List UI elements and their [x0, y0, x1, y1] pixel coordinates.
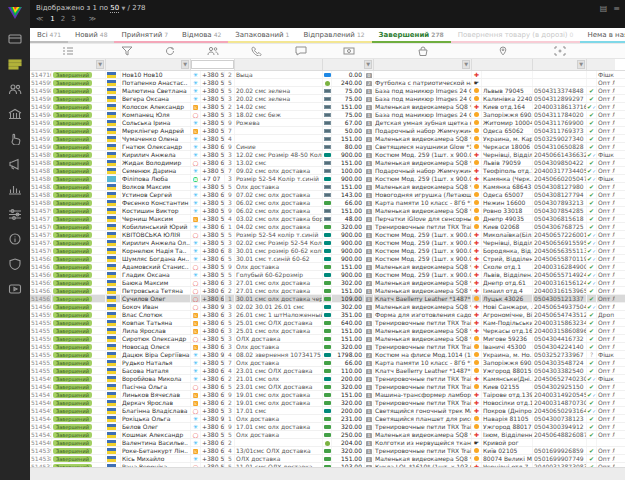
- customer-phone[interactable]: +380 6: [201, 247, 225, 254]
- customer-phone[interactable]: +380 6: [201, 375, 225, 382]
- customer-phone[interactable]: +380 5: [201, 151, 225, 158]
- customer-phone[interactable]: +380 5: [201, 407, 225, 414]
- ttn-number[interactable]: 0504310650828: [533, 143, 587, 150]
- last-page-button[interactable]: ≫: [89, 14, 96, 25]
- ttn-number[interactable]: 0504303548724: [533, 359, 587, 366]
- orders-list-icon[interactable]: [30, 46, 106, 56]
- order-row[interactable]: 514596 Завершений Вегера Оксана ✳ +380 5…: [30, 95, 625, 103]
- ttn-number[interactable]: 0504306815618: [533, 215, 587, 222]
- ttn-number[interactable]: 0504302925150: [533, 383, 587, 390]
- tab-Нема в наявності[interactable]: Нема в наявності1: [580, 28, 625, 43]
- status-filter[interactable]: ▼: [30, 59, 106, 70]
- customer-phone[interactable]: +380 6: [201, 191, 225, 198]
- ttn-number[interactable]: 20450656355113: [533, 247, 587, 254]
- ttn-number[interactable]: 20450654743512: [533, 311, 587, 318]
- sidebar-item-video-tutorials[interactable]: [0, 276, 30, 301]
- order-row[interactable]: 514551 Завершений Басова Наталя ✳ +380 6…: [30, 367, 625, 375]
- order-row[interactable]: 514540 Завершений Валентина Василье.. ✳ …: [30, 439, 625, 447]
- customer-phone[interactable]: +380 5: [201, 79, 225, 86]
- customer-phone[interactable]: +380 6: [201, 447, 225, 454]
- customer-phone[interactable]: +380 5: [201, 119, 225, 126]
- ttn-number[interactable]: 20450654937504: [533, 303, 587, 310]
- order-row[interactable]: 514581 Завершений Устинов Сергей ✳ +380 …: [30, 191, 625, 199]
- ttn-scan-icon[interactable]: [533, 46, 587, 56]
- order-row[interactable]: 514567 Завершений Адамовский Станис.. ◯ …: [30, 263, 625, 271]
- ttn-number[interactable]: 20450655714924: [533, 271, 587, 278]
- customer-phone[interactable]: +380 5: [201, 103, 225, 110]
- order-row[interactable]: 514582 Завершений Волков Максим ✳ +380 5…: [30, 183, 625, 191]
- customer-phone[interactable]: +380 5: [201, 239, 225, 246]
- order-row[interactable]: 514561 Завершений Сучилов Олег ◯ +380 6 …: [30, 295, 625, 303]
- customer-phone[interactable]: +380 5: [201, 231, 225, 238]
- order-row[interactable]: 514592 Завершений Мерклінгер Андрей lc +…: [30, 127, 625, 135]
- order-row[interactable]: 514575 Завершений КВІТОВСЬКА ЮЛІЯ ◯ +380…: [30, 231, 625, 239]
- order-row[interactable]: 514599 Завершений Потапенко Анастас.. ✳ …: [30, 79, 625, 87]
- comment-filter[interactable]: [235, 59, 323, 70]
- order-row[interactable]: 514565 Завершений Баюка Максим ◯ +380 6 …: [30, 279, 625, 287]
- customer-phone[interactable]: +380 5: [201, 87, 225, 94]
- customer-phone[interactable]: +380 5: [201, 111, 225, 118]
- order-row[interactable]: 514560 Завершений Бокоч Иван ◯ +380 9 3 …: [30, 303, 625, 311]
- phone-filter-input[interactable]: [191, 60, 234, 69]
- ttn-number[interactable]: 0504300738123: [533, 415, 587, 422]
- ttn-number[interactable]: 20450652740230: [533, 375, 587, 382]
- customer-phone[interactable]: +380 5: [201, 207, 225, 214]
- customer-phone[interactable]: +380 5: [201, 455, 225, 462]
- tab-Новий[interactable]: Новий48: [68, 28, 114, 43]
- ttn-number[interactable]: 0504305121337: [533, 295, 587, 302]
- sidebar-item-company[interactable]: [0, 101, 30, 126]
- grid-view-icon[interactable]: ▤: [600, 4, 608, 13]
- ttn-number[interactable]: 20400318613716: [533, 103, 587, 110]
- first-page-button[interactable]: ≪: [36, 14, 43, 25]
- menu-icon[interactable]: ≡: [613, 4, 620, 13]
- tab-Запакований[interactable]: Запакований1: [228, 28, 296, 43]
- ttn-number[interactable]: 0504307854285: [533, 207, 587, 214]
- ttn-number[interactable]: 20400316153965: [533, 287, 587, 294]
- customer-phone[interactable]: +380 5: [201, 95, 225, 102]
- payment-money-icon[interactable]: [323, 46, 374, 56]
- ttn-number[interactable]: 0501699926859: [533, 447, 587, 454]
- ttn-number[interactable]: 20400316284900: [533, 263, 587, 270]
- order-row[interactable]: 514588 Завершений Жидак Володимир ◯ +380…: [30, 159, 625, 167]
- customer-phone[interactable]: +380 5: [201, 167, 225, 174]
- customer-phone[interactable]: +380 6: [201, 383, 225, 390]
- ttn-number[interactable]: 0504306768725: [533, 223, 587, 230]
- order-row[interactable]: 514574 Завершений Кирилич Анжела Ол.. ✳ …: [30, 239, 625, 247]
- chevron-down-icon[interactable]: ▼: [122, 5, 126, 11]
- order-row[interactable]: 514543 Завершений Белов Олег ✳ +380 6 9 …: [30, 423, 625, 431]
- ttn-number[interactable]: 20400316156124: [533, 279, 587, 286]
- ttn-number[interactable]: 0504300394912: [533, 423, 587, 430]
- ttn-number[interactable]: 0504311769373: [533, 127, 587, 134]
- order-row[interactable]: 514555 Завершений Новосад Олеся lc +380 …: [30, 343, 625, 351]
- amount-filter[interactable]: ▼: [323, 59, 374, 70]
- order-row[interactable]: 514557 Завершений Лила Ярослав lc +380 6…: [30, 327, 625, 335]
- ttn-number[interactable]: 0504308127794: [533, 191, 587, 198]
- sidebar-item-customers[interactable]: [0, 76, 30, 101]
- customer-phone[interactable]: +380 5: [201, 135, 225, 142]
- per-page-dropdown[interactable]: 50: [110, 4, 119, 13]
- customer-phone[interactable]: +380 5: [201, 215, 225, 222]
- order-row[interactable]: 514568 Завершений Шумляс Богдана Ан.. ✳ …: [30, 255, 625, 263]
- ttn-number[interactable]: 0504312899297: [533, 95, 587, 102]
- ttn-number[interactable]: 20450660205047: [533, 175, 587, 182]
- customer-phone[interactable]: +380 6: [201, 439, 225, 446]
- order-row[interactable]: 514570 Завершений Корнелюк Надія Та.. ✳ …: [30, 247, 625, 255]
- page-button-2[interactable]: 2: [61, 15, 65, 23]
- customer-phone[interactable]: +7 07: [201, 175, 225, 182]
- customer-phone[interactable]: +380 6: [201, 319, 225, 326]
- sidebar-item-settings-sliders[interactable]: [0, 201, 30, 226]
- customer-phone[interactable]: +380 5: [201, 199, 225, 206]
- order-row[interactable]: 514591 Завершений Чумаченко Олена ✳ +380…: [30, 135, 625, 143]
- customer-phone[interactable]: +380 6: [201, 287, 225, 294]
- customer-phone[interactable]: +380 6: [201, 327, 225, 334]
- ttn-number[interactable]: 20400315863234: [533, 319, 587, 326]
- tab-Завершений[interactable]: Завершений278: [372, 28, 451, 43]
- customer-phone[interactable]: +380 5: [201, 127, 225, 134]
- tab-Прийнятий[interactable]: Прийнятий7: [114, 28, 175, 43]
- order-row[interactable]: 514563 Завершений Петровська Тетяна ◯ +3…: [30, 287, 625, 295]
- ttn-number[interactable]: [533, 79, 587, 86]
- order-row[interactable]: 514579 Завершений Костишин Виктор ✳ +380…: [30, 207, 625, 215]
- ttn-number[interactable]: 0504309850422: [533, 159, 587, 166]
- order-row[interactable]: 514546 Завершений Деркач Ярослав lc +380…: [30, 399, 625, 407]
- order-row[interactable]: 514589 Завершений Кирилич Анжела ✳ +380 …: [30, 151, 625, 159]
